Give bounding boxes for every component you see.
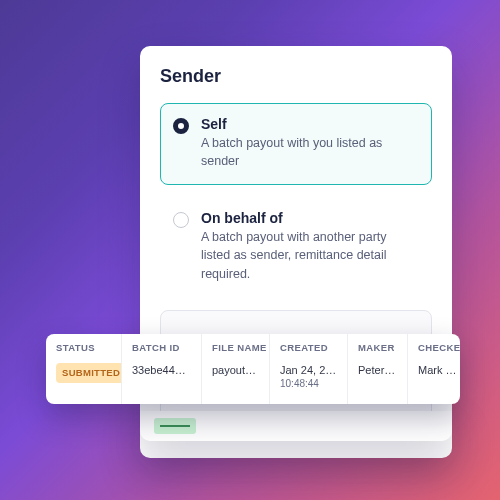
option-label: On behalf of — [201, 210, 417, 226]
header-batch-id: BATCH ID — [122, 334, 201, 359]
header-created: CREATED — [270, 334, 347, 359]
header-status: STATUS — [46, 334, 121, 359]
card-footer-stub — [140, 411, 452, 441]
cell-status: SUBMITTED — [46, 359, 121, 391]
status-badge-placeholder — [154, 418, 196, 434]
cell-created: Jan 24, 2024 10:48:44 — [270, 359, 347, 398]
cell-maker: Peter Nies — [348, 359, 407, 385]
radio-icon — [173, 118, 189, 134]
cell-checker: Mark Fins — [408, 359, 460, 385]
option-description: A batch payout with you listed as sender — [201, 134, 417, 170]
sender-option-on-behalf[interactable]: On behalf of A batch payout with another… — [160, 197, 432, 297]
option-description: A batch payout with another party listed… — [201, 228, 417, 282]
payouts-table: STATUS SUBMITTED BATCH ID 33ebe449e... F… — [46, 334, 460, 404]
radio-icon — [173, 212, 189, 228]
header-checker: CHECKER — [408, 334, 460, 359]
cell-file-name: payout.csv — [202, 359, 269, 385]
status-badge: SUBMITTED — [56, 363, 121, 383]
col-created: CREATED Jan 24, 2024 10:48:44 — [270, 334, 348, 404]
col-checker: CHECKER Mark Fins — [408, 334, 460, 404]
col-maker: MAKER Peter Nies — [348, 334, 408, 404]
col-file-name: FILE NAME payout.csv — [202, 334, 270, 404]
header-maker: MAKER — [348, 334, 407, 359]
cell-batch-id: 33ebe449e... — [122, 359, 201, 385]
card-title: Sender — [160, 66, 432, 87]
header-file-name: FILE NAME — [202, 334, 269, 359]
created-time: 10:48:44 — [280, 377, 337, 390]
created-date: Jan 24, 2024 — [280, 364, 344, 376]
col-batch-id: BATCH ID 33ebe449e... — [122, 334, 202, 404]
col-status: STATUS SUBMITTED — [46, 334, 122, 404]
option-label: Self — [201, 116, 417, 132]
sender-option-self[interactable]: Self A batch payout with you listed as s… — [160, 103, 432, 185]
